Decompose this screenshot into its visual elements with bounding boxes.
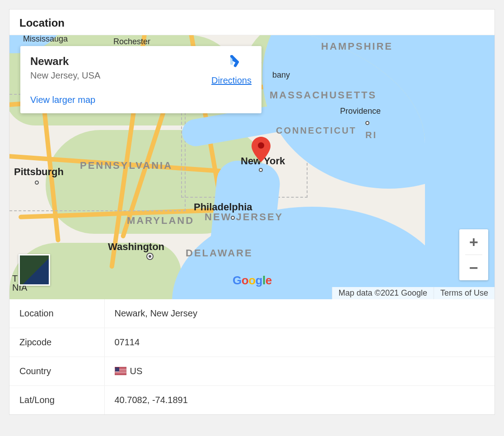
directions-label: Directions bbox=[211, 75, 252, 85]
card-title: Location bbox=[9, 9, 495, 35]
table-row: Lat/Long 40.7082, -74.1891 bbox=[9, 386, 495, 415]
info-window-place-name: Newark bbox=[30, 55, 193, 68]
latlong-value: 40.7082, -74.1891 bbox=[104, 386, 495, 415]
zoom-control: + − bbox=[459, 229, 488, 280]
location-details-table: Location Newark, New Jersey Zipcode 0711… bbox=[9, 299, 495, 414]
location-value: Newark, New Jersey bbox=[104, 299, 495, 328]
location-label: Location bbox=[9, 299, 104, 328]
latlong-label: Lat/Long bbox=[9, 386, 104, 415]
city-dot-washington bbox=[147, 254, 153, 259]
directions-link[interactable]: Directions bbox=[211, 55, 252, 86]
location-card: Location Mississauga Rochester bbox=[9, 9, 495, 415]
table-row: Country US bbox=[9, 357, 495, 386]
zoom-out-button[interactable]: − bbox=[459, 255, 488, 280]
info-window-place-region: New Jersey, USA bbox=[30, 70, 193, 81]
city-dot-newyork bbox=[259, 168, 263, 172]
map-marker-icon[interactable] bbox=[251, 137, 271, 157]
svg-point-0 bbox=[258, 142, 264, 148]
us-flag-icon bbox=[115, 367, 126, 375]
satellite-toggle[interactable] bbox=[19, 254, 50, 286]
directions-icon bbox=[223, 55, 240, 73]
map-canvas[interactable]: Mississauga Rochester HAMPSHIRE bany MAS… bbox=[9, 35, 495, 299]
city-dot-pittsburgh bbox=[35, 181, 39, 185]
zipcode-label: Zipcode bbox=[9, 328, 104, 357]
map-attribution: Map data ©2021 Google Terms of Use bbox=[332, 287, 495, 299]
table-row: Location Newark, New Jersey bbox=[9, 299, 495, 328]
map-info-window: Newark New Jersey, USA Directions View l… bbox=[20, 46, 261, 113]
city-dot-providence bbox=[365, 121, 369, 125]
city-dot-philadelphia bbox=[231, 216, 235, 220]
zipcode-value: 07114 bbox=[104, 328, 495, 357]
map-data-label: Map data ©2021 Google bbox=[332, 287, 434, 299]
country-code: US bbox=[130, 366, 143, 376]
country-value: US bbox=[104, 357, 495, 386]
table-row: Zipcode 07114 bbox=[9, 328, 495, 357]
terms-of-use-link[interactable]: Terms of Use bbox=[434, 287, 495, 299]
view-larger-map-link[interactable]: View larger map bbox=[30, 95, 95, 105]
zoom-in-button[interactable]: + bbox=[459, 229, 488, 255]
country-label: Country bbox=[9, 357, 104, 386]
